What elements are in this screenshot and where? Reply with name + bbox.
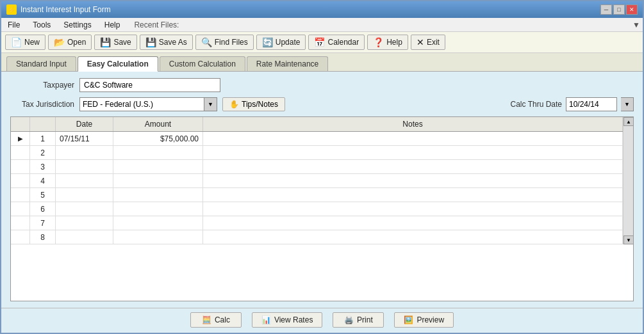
menu-file[interactable]: File bbox=[4, 19, 24, 31]
find-files-button[interactable]: 🔍 Find Files bbox=[195, 35, 254, 50]
minimize-button[interactable]: ─ bbox=[600, 4, 612, 15]
recent-files-label: Recent Files: bbox=[134, 20, 179, 29]
calendar-icon: 📅 bbox=[314, 37, 325, 47]
update-label: Update bbox=[276, 38, 301, 47]
help-icon: ❓ bbox=[373, 37, 384, 47]
jurisdiction-dropdown-arrow[interactable]: ▼ bbox=[204, 97, 217, 111]
row-4-arrow bbox=[11, 174, 30, 187]
menu-help[interactable]: Help bbox=[101, 19, 124, 31]
table-row[interactable]: 8 bbox=[11, 230, 623, 244]
row-8-notes[interactable] bbox=[203, 230, 623, 244]
table-row[interactable]: 2 bbox=[11, 146, 623, 160]
tab-rate-maintenance[interactable]: Rate Maintenance bbox=[247, 56, 328, 71]
update-icon: 🔄 bbox=[262, 37, 273, 47]
row-5-amount[interactable] bbox=[113, 188, 203, 202]
calc-thru-label: Calc Thru Date bbox=[511, 100, 562, 109]
table-row[interactable]: 5 bbox=[11, 188, 623, 202]
preview-button[interactable]: 🖼️ Preview bbox=[394, 312, 454, 328]
row-1-notes[interactable] bbox=[203, 132, 623, 145]
row-4-amount[interactable] bbox=[113, 174, 203, 187]
table-row[interactable]: 4 bbox=[11, 174, 623, 188]
row-7-amount[interactable] bbox=[113, 216, 203, 230]
scrollbar-track[interactable] bbox=[623, 126, 633, 235]
scrollbar-up-btn[interactable]: ▲ bbox=[623, 117, 634, 126]
help-button[interactable]: ❓ Help bbox=[367, 35, 408, 50]
save-icon: 💾 bbox=[100, 37, 111, 47]
menu-settings[interactable]: Settings bbox=[60, 19, 95, 31]
save-as-icon: 💾 bbox=[145, 37, 156, 47]
row-2-notes[interactable] bbox=[203, 146, 623, 159]
new-button[interactable]: 📄 New bbox=[5, 35, 45, 50]
calc-label: Calc bbox=[215, 315, 230, 324]
row-3-date[interactable] bbox=[56, 160, 113, 173]
tab-standard-input[interactable]: Standard Input bbox=[6, 56, 76, 71]
tips-notes-button[interactable]: ✋ Tips/Notes bbox=[222, 97, 285, 111]
row-5-notes[interactable] bbox=[203, 188, 623, 202]
preview-label: Preview bbox=[417, 315, 444, 324]
row-8-date[interactable] bbox=[56, 230, 113, 244]
taxpayer-input[interactable] bbox=[79, 78, 220, 92]
row-8-amount[interactable] bbox=[113, 230, 203, 244]
calc-button[interactable]: 🧮 Calc bbox=[190, 312, 242, 328]
table-row[interactable]: ▶ 1 07/15/11 $75,000.00 bbox=[11, 132, 623, 146]
row-2-amount[interactable] bbox=[113, 146, 203, 159]
open-button[interactable]: 📂 Open bbox=[48, 35, 92, 50]
tax-jurisdiction-label: Tax Jurisdiction bbox=[10, 100, 74, 109]
tab-easy-calculation[interactable]: Easy Calculation bbox=[78, 56, 158, 72]
open-icon: 📂 bbox=[54, 37, 65, 47]
row-7-num: 7 bbox=[30, 216, 56, 230]
row-6-notes[interactable] bbox=[203, 202, 623, 216]
calendar-button[interactable]: 📅 Calendar bbox=[308, 35, 365, 50]
view-rates-button[interactable]: 📊 View Rates bbox=[252, 312, 322, 328]
scrollbar-down-btn[interactable]: ▼ bbox=[623, 235, 634, 244]
row-7-date[interactable] bbox=[56, 216, 113, 230]
row-7-notes[interactable] bbox=[203, 216, 623, 230]
main-window: ⚡ Instant Interest Input Form ─ □ ✕ File… bbox=[0, 0, 644, 334]
calc-thru-row: Calc Thru Date ▼ bbox=[511, 97, 634, 111]
row-1-amount[interactable]: $75,000.00 bbox=[113, 132, 203, 145]
new-label: New bbox=[24, 38, 40, 47]
menu-tools[interactable]: Tools bbox=[29, 19, 54, 31]
tab-custom-calculation[interactable]: Custom Calculation bbox=[160, 56, 245, 71]
calendar-label: Calendar bbox=[327, 38, 359, 47]
calc-thru-calendar-btn[interactable]: ▼ bbox=[621, 97, 634, 111]
title-bar: ⚡ Instant Interest Input Form ─ □ ✕ bbox=[1, 1, 643, 18]
col-arrow bbox=[11, 117, 30, 131]
row-5-date[interactable] bbox=[56, 188, 113, 202]
grid-header: Date Amount Notes bbox=[11, 117, 623, 132]
grid-body: ▶ 1 07/15/11 $75,000.00 2 bbox=[11, 132, 623, 244]
print-button[interactable]: 🖨️ Print bbox=[333, 312, 384, 328]
save-button[interactable]: 💾 Save bbox=[94, 35, 136, 50]
close-button[interactable]: ✕ bbox=[626, 4, 638, 15]
col-notes: Notes bbox=[203, 117, 623, 131]
row-8-arrow bbox=[11, 230, 30, 244]
bottom-toolbar: 🧮 Calc 📊 View Rates 🖨️ Print 🖼️ Preview bbox=[1, 308, 643, 333]
row-3-amount[interactable] bbox=[113, 160, 203, 173]
exit-button[interactable]: ✕ Exit bbox=[411, 35, 445, 50]
table-row[interactable]: 6 bbox=[11, 202, 623, 216]
row-4-notes[interactable] bbox=[203, 174, 623, 187]
row-6-date[interactable] bbox=[56, 202, 113, 216]
row-2-date[interactable] bbox=[56, 146, 113, 159]
data-grid: Date Amount Notes ▶ 1 07/15/11 $75,000.0… bbox=[10, 116, 634, 301]
update-button[interactable]: 🔄 Update bbox=[256, 35, 306, 50]
row-1-date[interactable]: 07/15/11 bbox=[56, 132, 113, 145]
save-as-button[interactable]: 💾 Save As bbox=[140, 35, 193, 50]
save-label: Save bbox=[113, 38, 131, 47]
tax-jurisdiction-select[interactable]: FED - Federal (U.S.) bbox=[79, 97, 204, 111]
find-files-icon: 🔍 bbox=[201, 37, 212, 47]
col-num bbox=[30, 117, 56, 131]
calc-thru-input[interactable] bbox=[566, 97, 617, 111]
row-1-num: 1 bbox=[30, 132, 56, 145]
table-row[interactable]: 3 bbox=[11, 160, 623, 174]
window-title: Instant Interest Input Form bbox=[21, 5, 111, 14]
maximize-button[interactable]: □ bbox=[613, 4, 625, 15]
row-6-amount[interactable] bbox=[113, 202, 203, 216]
jurisdiction-row: Tax Jurisdiction FED - Federal (U.S.) ▼ … bbox=[10, 97, 634, 111]
row-4-date[interactable] bbox=[56, 174, 113, 187]
row-3-notes[interactable] bbox=[203, 160, 623, 173]
grid-scrollbar[interactable]: ▲ ▼ bbox=[623, 117, 633, 244]
recent-files-arrow[interactable]: ▼ bbox=[632, 20, 640, 29]
print-label: Print bbox=[357, 315, 373, 324]
table-row[interactable]: 7 bbox=[11, 216, 623, 230]
